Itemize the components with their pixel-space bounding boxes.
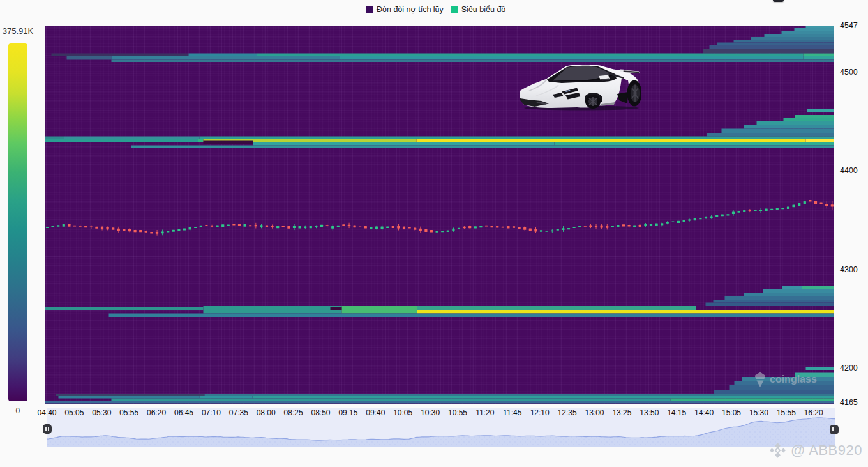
svg-text:coinglass: coinglass [770,374,817,385]
